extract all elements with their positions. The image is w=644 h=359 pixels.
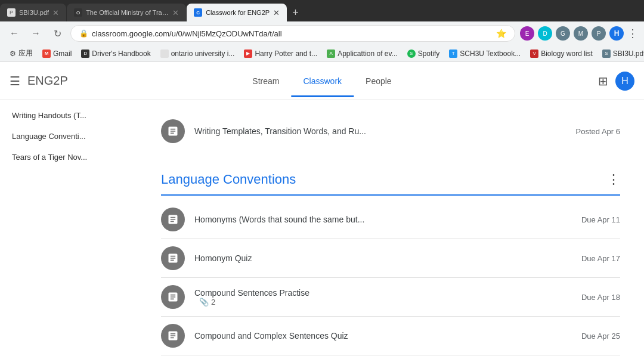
assignment-icon bbox=[167, 213, 179, 225]
attachment-indicator: 📎 2 bbox=[199, 298, 581, 307]
list-item[interactable]: Compound and Complex Sentences Practis..… bbox=[161, 355, 620, 359]
bookmark-spotify[interactable]: S Spotify bbox=[404, 48, 444, 59]
item-due-2: Due Apr 18 bbox=[581, 293, 620, 302]
section-header-language: Language Conventions ⋮ bbox=[161, 162, 620, 192]
list-item[interactable]: Writing Templates, Transition Words, and… bbox=[161, 112, 620, 150]
writing-section: Writing Templates, Transition Words, and… bbox=[161, 112, 620, 150]
profile-icon[interactable]: H bbox=[609, 26, 624, 41]
extension-5[interactable]: P bbox=[592, 26, 606, 41]
sidebar-item-tears[interactable]: Tears of a Tiger Nov... bbox=[0, 147, 132, 168]
assignment-icon bbox=[167, 330, 179, 342]
bookmark-harry[interactable]: ▶ Harry Potter and t... bbox=[240, 48, 321, 59]
app-title: ENG2P bbox=[27, 74, 68, 88]
menu-icon[interactable]: ⋮ bbox=[627, 27, 638, 40]
sidebar-item-language[interactable]: Language Conventi... bbox=[0, 126, 132, 147]
extension-4[interactable]: M bbox=[574, 26, 588, 41]
item-icon-2 bbox=[161, 285, 185, 309]
tab-ministry-close[interactable]: ✕ bbox=[172, 8, 179, 17]
content-area: Writing Handouts (T... Language Conventi… bbox=[0, 100, 644, 359]
assignment-icon bbox=[167, 291, 179, 303]
main-content: Writing Templates, Transition Words, and… bbox=[137, 100, 644, 359]
sidebar-item-writing[interactable]: Writing Handouts (T... bbox=[0, 105, 132, 126]
item-title-2: Compound Sentences Practise 📎 2 bbox=[194, 288, 581, 307]
refresh-button[interactable]: ↻ bbox=[49, 25, 66, 42]
assignment-icon bbox=[167, 125, 179, 137]
tab-classwork-title: Classwork for ENG2P bbox=[206, 9, 270, 16]
item-icon-writing bbox=[161, 119, 185, 143]
address-box[interactable]: 🔒 classroom.google.com/u/0/w/Njl5MzQzODU… bbox=[70, 25, 515, 42]
bookmark-biology[interactable]: V Biology word list bbox=[527, 48, 596, 59]
item-due-3: Due Apr 25 bbox=[581, 332, 620, 341]
hamburger-menu[interactable]: ☰ bbox=[10, 74, 20, 88]
list-item[interactable]: Compound and Complex Sentences Quiz Due … bbox=[161, 317, 620, 355]
item-icon-1 bbox=[161, 246, 185, 270]
tab-stream[interactable]: Stream bbox=[240, 64, 291, 97]
bookmarks-bar: ⚙ 应用 M Gmail D Driver's Handbook ontario… bbox=[0, 45, 644, 62]
item-title-3: Compound and Complex Sentences Quiz bbox=[194, 331, 581, 341]
section-title-language: Language Conventions bbox=[161, 172, 296, 187]
item-due-writing: Posted Apr 6 bbox=[576, 127, 620, 136]
back-button[interactable]: ← bbox=[6, 25, 23, 42]
header-right: ⊞ H bbox=[598, 72, 634, 91]
item-icon-0 bbox=[161, 208, 185, 231]
avatar[interactable]: H bbox=[615, 72, 634, 91]
extension-2[interactable]: D bbox=[538, 26, 552, 41]
item-icon-3 bbox=[161, 324, 185, 348]
app: ☰ ENG2P Stream Classwork People ⊞ H Writ… bbox=[0, 62, 644, 359]
bookmark-application[interactable]: A Applicattion of ev... bbox=[323, 48, 401, 59]
assignment-icon bbox=[167, 252, 179, 264]
tab-ministry-title: The Official Ministry of Transp... bbox=[86, 9, 169, 16]
tab-classwork[interactable]: C Classwork for ENG2P ✕ bbox=[187, 4, 287, 21]
forward-button[interactable]: → bbox=[27, 25, 44, 42]
list-item[interactable]: Homonyms (Words that sound the same but.… bbox=[161, 200, 620, 239]
sidebar: Writing Handouts (T... Language Conventi… bbox=[0, 100, 137, 359]
section-more-icon[interactable]: ⋮ bbox=[607, 172, 620, 187]
extension-3[interactable]: G bbox=[556, 26, 570, 41]
list-item[interactable]: Homonym Quiz Due Apr 17 bbox=[161, 239, 620, 278]
app-nav: Stream Classwork People bbox=[240, 64, 403, 97]
section-divider bbox=[161, 194, 620, 196]
bookmark-ontario[interactable]: ontario university i... bbox=[157, 48, 239, 59]
tab-people[interactable]: People bbox=[354, 64, 404, 97]
list-item[interactable]: Compound Sentences Practise 📎 2 Due Apr … bbox=[161, 278, 620, 317]
tab-sbi3u[interactable]: P SBI3U.pdf ✕ bbox=[0, 4, 66, 21]
extension-1[interactable]: E bbox=[520, 26, 534, 41]
bookmark-sch3u[interactable]: T SCH3U Textbook... bbox=[445, 48, 524, 59]
browser-chrome: P SBI3U.pdf ✕ O The Official Ministry of… bbox=[0, 0, 644, 62]
tab-bar: P SBI3U.pdf ✕ O The Official Ministry of… bbox=[0, 0, 644, 21]
language-conventions-list: Homonyms (Words that sound the same but.… bbox=[161, 200, 620, 359]
tab-classwork-close[interactable]: ✕ bbox=[273, 8, 280, 17]
item-title-writing: Writing Templates, Transition Words, and… bbox=[194, 126, 576, 136]
new-tab-button[interactable]: + bbox=[287, 7, 304, 19]
grid-icon[interactable]: ⊞ bbox=[598, 74, 608, 88]
address-icons: ⭐ bbox=[496, 29, 506, 38]
attachment-icon: 📎 bbox=[199, 298, 209, 307]
bookmark-apps[interactable]: ⚙ 应用 bbox=[6, 47, 36, 60]
item-due-0: Due Apr 11 bbox=[581, 215, 620, 224]
tab-sbi3u-title: SBI3U.pdf bbox=[19, 9, 49, 16]
item-title-1: Homonym Quiz bbox=[194, 253, 581, 263]
tab-sbi3u-close[interactable]: ✕ bbox=[52, 8, 59, 17]
address-bar-row: ← → ↻ 🔒 classroom.google.com/u/0/w/Njl5M… bbox=[0, 21, 644, 45]
bookmark-sbi3u[interactable]: S SBI3U.pdf bbox=[599, 48, 644, 59]
bookmark-gmail[interactable]: M Gmail bbox=[39, 48, 75, 59]
tab-classwork[interactable]: Classwork bbox=[291, 64, 354, 97]
item-title-0: Homonyms (Words that sound the same but.… bbox=[194, 215, 581, 224]
address-text: classroom.google.com/u/0/w/Njl5MzQzODUwN… bbox=[92, 29, 493, 38]
tab-ministry[interactable]: O The Official Ministry of Transp... ✕ bbox=[67, 4, 186, 21]
bookmark-drivers[interactable]: D Driver's Handbook bbox=[78, 48, 154, 59]
item-due-1: Due Apr 17 bbox=[581, 254, 620, 263]
app-header: ☰ ENG2P Stream Classwork People ⊞ H bbox=[0, 62, 644, 100]
attach-count: 2 bbox=[211, 298, 215, 307]
